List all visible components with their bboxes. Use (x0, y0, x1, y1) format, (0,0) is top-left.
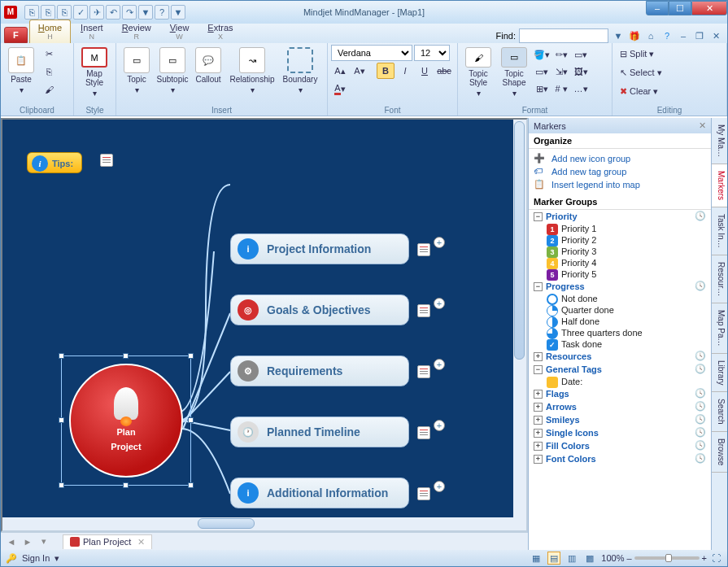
topic-node-1[interactable]: ◎Goals & Objectives (230, 294, 409, 325)
expand-icon[interactable]: − (534, 365, 543, 374)
win-close-icon[interactable]: ✕ (709, 29, 722, 42)
align-button[interactable]: ▭▾ (533, 63, 551, 80)
qat-button-2[interactable]: ⎘ (57, 5, 72, 20)
marker-item[interactable]: 3Priority 3 (529, 246, 711, 257)
map-tab[interactable]: Plan Project✕ (63, 534, 152, 549)
qat-button-5[interactable]: ↶ (106, 5, 120, 20)
group-end-icon[interactable]: 🕓 (695, 440, 706, 451)
canvas[interactable]: iTips: PlanProject iProj (1, 118, 528, 532)
expand-icon[interactable]: + (534, 429, 543, 438)
relationship-button[interactable]: ↝Relationship▾ (227, 45, 277, 98)
marker-group-font-colors[interactable]: +Font Colors🕓 (529, 452, 711, 465)
expand-icon[interactable]: + (534, 352, 543, 361)
note-icon[interactable] (417, 487, 430, 500)
marker-group-flags[interactable]: +Flags🕓 (529, 387, 711, 400)
home-icon[interactable]: ⌂ (644, 29, 657, 42)
panel-close-icon[interactable]: ✕ (699, 120, 706, 131)
nav-menu-button[interactable]: ▾ (37, 535, 51, 548)
line-color-button[interactable]: ✏▾ (552, 46, 570, 63)
subtopic-button[interactable]: ▭Subtopic▾ (155, 45, 190, 98)
group-end-icon[interactable]: 🕓 (695, 351, 706, 362)
qat-button-0[interactable]: ⎘ (24, 5, 39, 20)
note-icon[interactable] (417, 426, 430, 439)
group-end-icon[interactable]: 🕓 (695, 401, 706, 412)
topic-node-0[interactable]: iProject Information (230, 233, 409, 264)
expand-icon[interactable]: + (534, 403, 543, 412)
side-tab-2[interactable]: Task In… (712, 207, 727, 255)
group-end-icon[interactable]: 🕓 (695, 281, 706, 292)
expand-button[interactable]: + (434, 237, 445, 248)
view-map-button[interactable]: ▦ (530, 552, 543, 565)
group-end-icon[interactable]: 🕓 (695, 414, 706, 425)
panel-link-1[interactable]: 🏷Add new tag group (529, 165, 711, 178)
tab-view[interactable]: ViewW (161, 20, 198, 43)
marker-item[interactable]: Half done (529, 316, 711, 327)
bold-button[interactable]: B (377, 63, 395, 79)
marker-item[interactable]: ✓Task done (529, 338, 711, 350)
marker-group-smileys[interactable]: +Smileys🕓 (529, 413, 711, 426)
expand-button[interactable]: + (434, 359, 445, 370)
tab-home[interactable]: HomeH (29, 20, 71, 43)
panel-link-2[interactable]: 📋Insert legend into map (529, 178, 711, 191)
hl-button[interactable]: ▭▾ (572, 46, 590, 63)
marker-item[interactable]: Three quarters done (529, 327, 711, 338)
group-end-icon[interactable]: 🕓 (695, 211, 706, 222)
marker-item[interactable]: Not done (529, 293, 711, 304)
topic-node-2[interactable]: ⚙Requirements (230, 355, 409, 386)
qat-button-8[interactable]: ? (155, 5, 169, 20)
paste-button[interactable]: 📋 Paste▾ (4, 45, 38, 98)
zoom-control[interactable]: 100% – + ⛶ (601, 552, 722, 565)
expand-icon[interactable]: + (534, 390, 543, 399)
fit-button[interactable]: ⛶ (709, 552, 722, 565)
qat-button-7[interactable]: ▼ (138, 5, 153, 20)
group-end-icon[interactable]: 🕓 (695, 453, 706, 465)
note-icon[interactable] (417, 365, 430, 378)
layout-button[interactable]: ⊞▾ (533, 81, 551, 97)
font-size-select[interactable]: 12 (414, 45, 450, 61)
zoom-in-button[interactable]: + (702, 553, 707, 563)
view-slide-button[interactable]: ▩ (583, 552, 596, 565)
side-tab-0[interactable]: My Ma… (712, 118, 727, 164)
cut-button[interactable]: ✂ (40, 46, 58, 62)
expand-button[interactable]: + (434, 481, 445, 492)
group-end-icon[interactable]: 🕓 (695, 364, 706, 375)
qat-button-9[interactable]: ▼ (171, 5, 185, 20)
note-icon[interactable] (417, 304, 430, 317)
expand-icon[interactable]: + (534, 455, 543, 464)
signin-button[interactable]: Sign In (22, 553, 50, 563)
expand-button[interactable]: + (434, 420, 445, 431)
num-button[interactable]: # ▾ (552, 81, 570, 97)
more-button[interactable]: …▾ (572, 81, 590, 97)
qat-button-3[interactable]: ✓ (73, 5, 88, 20)
view-gantt-button[interactable]: ▥ (565, 552, 578, 565)
marker-group-arrows[interactable]: +Arrows🕓 (529, 400, 711, 413)
shrink-font-button[interactable]: A▾ (351, 63, 368, 79)
central-topic[interactable]: PlanProject (69, 364, 183, 478)
map-style-button[interactable]: M Map Style▾ (77, 45, 111, 98)
growth-button[interactable]: ⇲▾ (552, 63, 570, 80)
expand-button[interactable]: + (434, 298, 445, 309)
callout-button[interactable]: 💬Callout (191, 45, 225, 98)
horizontal-scrollbar[interactable] (2, 517, 526, 530)
win-restore-icon[interactable]: ❐ (693, 29, 706, 42)
marker-item[interactable]: Date: (529, 376, 711, 387)
side-tab-1[interactable]: Markers (712, 164, 727, 207)
group-end-icon[interactable]: 🕓 (695, 427, 706, 438)
gift-icon[interactable]: 🎁 (628, 29, 641, 42)
marker-item[interactable]: Quarter done (529, 304, 711, 316)
nav-back-button[interactable]: ◄ (4, 535, 19, 548)
side-tab-7[interactable]: Browse (712, 432, 727, 473)
signin-icon[interactable]: 🔑 (6, 553, 17, 564)
topic-button[interactable]: ▭Topic▾ (120, 45, 154, 98)
topic-node-4[interactable]: iAdditional Information (230, 478, 409, 508)
help-icon[interactable]: ? (660, 29, 674, 42)
zoom-out-button[interactable]: – (626, 553, 631, 563)
topic-node-3[interactable]: 🕐Planned Timeline (230, 417, 409, 447)
grow-font-button[interactable]: A▴ (331, 63, 349, 79)
view-outline-button[interactable]: ▤ (547, 552, 560, 565)
boundary-button[interactable]: Boundary▾ (279, 45, 321, 98)
marker-item[interactable]: 5Priority 5 (529, 268, 711, 280)
file-tab[interactable]: F (4, 27, 28, 43)
note-icon[interactable] (417, 243, 430, 256)
marker-group-progress[interactable]: −Progress🕓 (529, 280, 711, 293)
